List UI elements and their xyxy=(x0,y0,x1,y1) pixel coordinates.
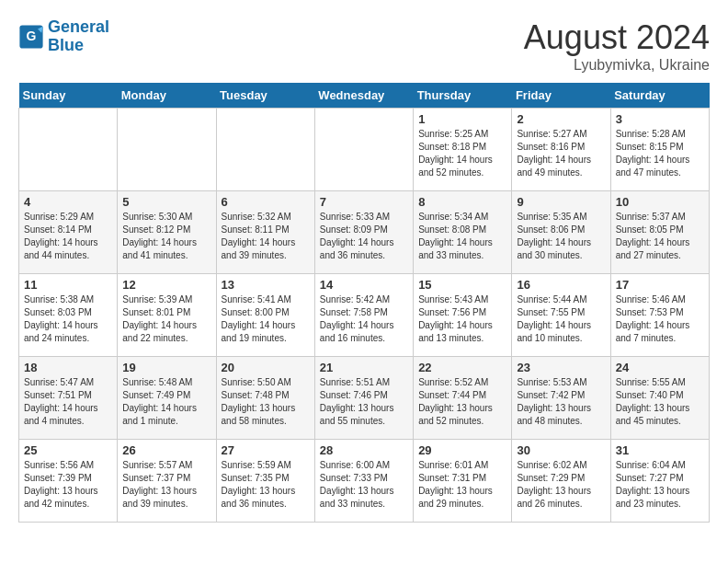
day-number: 27 xyxy=(222,443,310,457)
day-number: 18 xyxy=(24,361,112,374)
day-number: 3 xyxy=(616,112,704,126)
day-number: 6 xyxy=(222,195,310,209)
day-number: 12 xyxy=(122,278,210,292)
logo: G General Blue xyxy=(18,18,109,55)
cell-info: Sunrise: 5:50 AM Sunset: 7:48 PM Dayligh… xyxy=(222,376,310,428)
calendar-cell: 6Sunrise: 5:32 AM Sunset: 8:11 PM Daylig… xyxy=(216,191,314,274)
weekday-header-monday: Monday xyxy=(118,83,216,109)
day-number: 10 xyxy=(616,195,704,209)
calendar-cell: 7Sunrise: 5:33 AM Sunset: 8:09 PM Daylig… xyxy=(314,191,413,274)
day-number: 24 xyxy=(616,361,704,374)
cell-info: Sunrise: 5:25 AM Sunset: 8:18 PM Dayligh… xyxy=(418,128,506,179)
calendar-cell: 30Sunrise: 6:02 AM Sunset: 7:29 PM Dayli… xyxy=(512,440,610,523)
calendar-cell: 28Sunrise: 6:00 AM Sunset: 7:33 PM Dayli… xyxy=(314,440,413,523)
cell-info: Sunrise: 6:04 AM Sunset: 7:27 PM Dayligh… xyxy=(616,459,704,511)
day-number: 14 xyxy=(320,278,408,292)
weekday-header-tuesday: Tuesday xyxy=(216,83,314,109)
day-number: 8 xyxy=(418,195,506,209)
location: Lyubymivka, Ukraine xyxy=(524,57,710,74)
cell-info: Sunrise: 5:42 AM Sunset: 7:58 PM Dayligh… xyxy=(320,293,408,345)
calendar-cell: 22Sunrise: 5:52 AM Sunset: 7:44 PM Dayli… xyxy=(414,357,512,440)
cell-info: Sunrise: 5:52 AM Sunset: 7:44 PM Dayligh… xyxy=(418,376,506,428)
svg-text:G: G xyxy=(27,29,37,43)
day-number: 17 xyxy=(616,278,704,292)
day-number: 22 xyxy=(418,361,506,374)
calendar-cell: 9Sunrise: 5:35 AM Sunset: 8:06 PM Daylig… xyxy=(512,191,610,274)
calendar-cell: 3Sunrise: 5:28 AM Sunset: 8:15 PM Daylig… xyxy=(610,109,709,191)
calendar-cell: 13Sunrise: 5:41 AM Sunset: 8:00 PM Dayli… xyxy=(216,274,314,357)
day-number: 19 xyxy=(122,361,210,374)
cell-info: Sunrise: 5:29 AM Sunset: 8:14 PM Dayligh… xyxy=(24,211,112,262)
calendar-cell: 1Sunrise: 5:25 AM Sunset: 8:18 PM Daylig… xyxy=(414,109,512,191)
cell-info: Sunrise: 5:51 AM Sunset: 7:46 PM Dayligh… xyxy=(320,376,408,428)
calendar-cell: 14Sunrise: 5:42 AM Sunset: 7:58 PM Dayli… xyxy=(314,274,413,357)
cell-info: Sunrise: 5:38 AM Sunset: 8:03 PM Dayligh… xyxy=(24,293,112,345)
day-number: 23 xyxy=(517,361,605,374)
day-number: 4 xyxy=(24,195,112,209)
calendar-cell: 11Sunrise: 5:38 AM Sunset: 8:03 PM Dayli… xyxy=(19,274,118,357)
cell-info: Sunrise: 6:00 AM Sunset: 7:33 PM Dayligh… xyxy=(320,459,408,511)
calendar-cell: 4Sunrise: 5:29 AM Sunset: 8:14 PM Daylig… xyxy=(19,191,118,274)
cell-info: Sunrise: 5:28 AM Sunset: 8:15 PM Dayligh… xyxy=(616,128,704,179)
logo-icon: G xyxy=(18,24,44,50)
cell-info: Sunrise: 6:02 AM Sunset: 7:29 PM Dayligh… xyxy=(517,459,605,511)
calendar-cell: 2Sunrise: 5:27 AM Sunset: 8:16 PM Daylig… xyxy=(512,109,610,191)
day-number: 15 xyxy=(418,278,506,292)
day-number: 5 xyxy=(122,195,210,209)
day-number: 29 xyxy=(418,443,506,457)
cell-info: Sunrise: 5:33 AM Sunset: 8:09 PM Dayligh… xyxy=(320,211,408,262)
calendar-cell: 17Sunrise: 5:46 AM Sunset: 7:53 PM Dayli… xyxy=(610,274,709,357)
day-number: 30 xyxy=(517,443,605,457)
calendar-cell: 18Sunrise: 5:47 AM Sunset: 7:51 PM Dayli… xyxy=(19,357,118,440)
calendar-cell: 27Sunrise: 5:59 AM Sunset: 7:35 PM Dayli… xyxy=(216,440,314,523)
calendar-cell: 15Sunrise: 5:43 AM Sunset: 7:56 PM Dayli… xyxy=(414,274,512,357)
cell-info: Sunrise: 5:47 AM Sunset: 7:51 PM Dayligh… xyxy=(24,376,112,428)
cell-info: Sunrise: 5:30 AM Sunset: 8:12 PM Dayligh… xyxy=(122,211,210,262)
day-number: 31 xyxy=(616,443,704,457)
cell-info: Sunrise: 5:34 AM Sunset: 8:08 PM Dayligh… xyxy=(418,211,506,262)
calendar-cell: 29Sunrise: 6:01 AM Sunset: 7:31 PM Dayli… xyxy=(414,440,512,523)
calendar-cell xyxy=(19,109,118,191)
calendar-cell: 26Sunrise: 5:57 AM Sunset: 7:37 PM Dayli… xyxy=(118,440,216,523)
cell-info: Sunrise: 5:48 AM Sunset: 7:49 PM Dayligh… xyxy=(122,376,210,428)
calendar-cell: 19Sunrise: 5:48 AM Sunset: 7:49 PM Dayli… xyxy=(118,357,216,440)
cell-info: Sunrise: 5:43 AM Sunset: 7:56 PM Dayligh… xyxy=(418,293,506,345)
day-number: 26 xyxy=(122,443,210,457)
day-number: 11 xyxy=(24,278,112,292)
cell-info: Sunrise: 5:53 AM Sunset: 7:42 PM Dayligh… xyxy=(517,376,605,428)
day-number: 13 xyxy=(222,278,310,292)
weekday-header-saturday: Saturday xyxy=(610,83,709,109)
calendar-cell: 31Sunrise: 6:04 AM Sunset: 7:27 PM Dayli… xyxy=(610,440,709,523)
calendar-cell: 21Sunrise: 5:51 AM Sunset: 7:46 PM Dayli… xyxy=(314,357,413,440)
calendar-cell xyxy=(118,109,216,191)
month-title: August 2024 xyxy=(524,18,710,57)
calendar-cell: 25Sunrise: 5:56 AM Sunset: 7:39 PM Dayli… xyxy=(19,440,118,523)
calendar-cell: 8Sunrise: 5:34 AM Sunset: 8:08 PM Daylig… xyxy=(414,191,512,274)
calendar-cell: 5Sunrise: 5:30 AM Sunset: 8:12 PM Daylig… xyxy=(118,191,216,274)
cell-info: Sunrise: 5:35 AM Sunset: 8:06 PM Dayligh… xyxy=(517,211,605,262)
cell-info: Sunrise: 5:55 AM Sunset: 7:40 PM Dayligh… xyxy=(616,376,704,428)
calendar-cell: 20Sunrise: 5:50 AM Sunset: 7:48 PM Dayli… xyxy=(216,357,314,440)
weekday-header-friday: Friday xyxy=(512,83,610,109)
day-number: 7 xyxy=(320,195,408,209)
title-block: August 2024 Lyubymivka, Ukraine xyxy=(524,18,710,74)
logo-text: General Blue xyxy=(48,18,109,55)
day-number: 1 xyxy=(418,112,506,126)
page-header: G General Blue August 2024 Lyubymivka, U… xyxy=(18,18,710,74)
cell-info: Sunrise: 5:41 AM Sunset: 8:00 PM Dayligh… xyxy=(222,293,310,345)
weekday-header-sunday: Sunday xyxy=(19,83,118,109)
cell-info: Sunrise: 5:56 AM Sunset: 7:39 PM Dayligh… xyxy=(24,459,112,511)
calendar-cell xyxy=(314,109,413,191)
day-number: 28 xyxy=(320,443,408,457)
calendar-cell: 12Sunrise: 5:39 AM Sunset: 8:01 PM Dayli… xyxy=(118,274,216,357)
weekday-header-wednesday: Wednesday xyxy=(314,83,413,109)
cell-info: Sunrise: 5:59 AM Sunset: 7:35 PM Dayligh… xyxy=(222,459,310,511)
cell-info: Sunrise: 5:46 AM Sunset: 7:53 PM Dayligh… xyxy=(616,293,704,345)
calendar-cell: 24Sunrise: 5:55 AM Sunset: 7:40 PM Dayli… xyxy=(610,357,709,440)
cell-info: Sunrise: 5:32 AM Sunset: 8:11 PM Dayligh… xyxy=(222,211,310,262)
day-number: 16 xyxy=(517,278,605,292)
calendar-cell: 23Sunrise: 5:53 AM Sunset: 7:42 PM Dayli… xyxy=(512,357,610,440)
cell-info: Sunrise: 5:27 AM Sunset: 8:16 PM Dayligh… xyxy=(517,128,605,179)
cell-info: Sunrise: 6:01 AM Sunset: 7:31 PM Dayligh… xyxy=(418,459,506,511)
calendar-cell xyxy=(216,109,314,191)
